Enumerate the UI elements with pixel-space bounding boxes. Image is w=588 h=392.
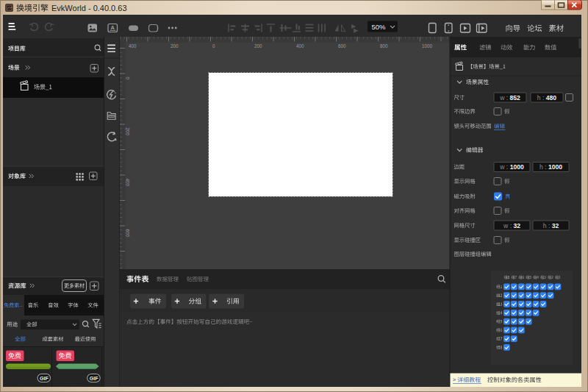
svg-text:1000: 1000 <box>422 43 433 49</box>
svg-text:0: 0 <box>212 43 215 49</box>
svg-text:200: 200 <box>125 128 130 136</box>
svg-text:400: 400 <box>296 43 304 49</box>
svg-text:GIF: GIF <box>40 375 49 382</box>
svg-text:50%: 50% <box>371 23 386 31</box>
svg-text:h : 1000: h : 1000 <box>539 163 562 171</box>
svg-text:GIF: GIF <box>90 375 99 382</box>
svg-text:600: 600 <box>125 229 130 238</box>
svg-text:h : 32: h : 32 <box>543 222 559 229</box>
svg-text:..: .. <box>20 302 23 308</box>
svg-text:w : 32: w : 32 <box>503 222 520 229</box>
svg-text:A: A <box>110 24 115 31</box>
svg-text:600: 600 <box>338 43 346 49</box>
svg-text:EvkWorld - 0.40.0.63: EvkWorld - 0.40.0.63 <box>51 4 127 13</box>
svg-text:0: 0 <box>125 77 130 80</box>
svg-text:400: 400 <box>129 43 137 49</box>
svg-text:w : 1000: w : 1000 <box>499 163 524 171</box>
svg-text:200: 200 <box>254 43 262 49</box>
svg-text:800: 800 <box>380 43 388 49</box>
svg-text:h : 480: h : 480 <box>537 94 557 101</box>
svg-text:400: 400 <box>125 179 130 187</box>
svg-text:200: 200 <box>171 43 179 49</box>
svg-text:w : 852: w : 852 <box>499 94 520 101</box>
